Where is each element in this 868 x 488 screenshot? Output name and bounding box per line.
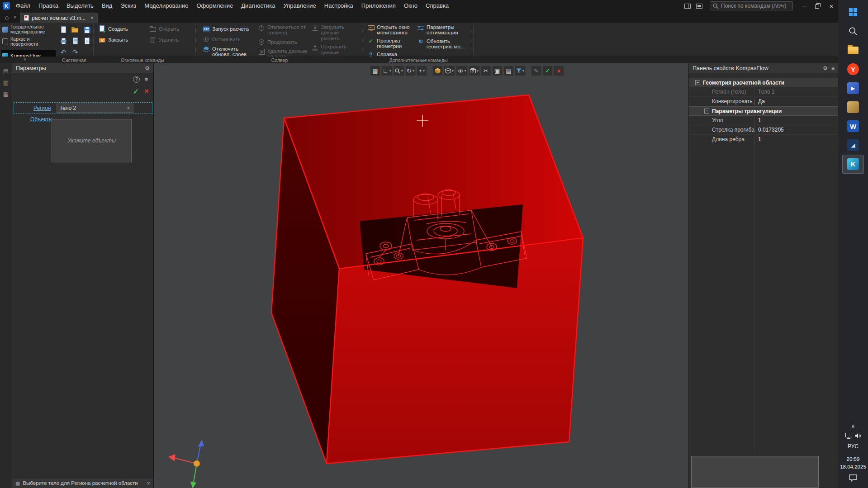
undo-icon[interactable]: ↶ [58,47,68,57]
property-row[interactable]: Конвертировать ра... Да [689,97,838,106]
region-box[interactable] [271,95,583,464]
objects-link[interactable]: Объекты [30,116,53,123]
parameters-panel-icon[interactable]: ▤ [3,68,9,75]
messages-panel-icon[interactable]: ▦ [3,90,9,97]
property-row[interactable]: Стрелка прогиба 0.0173205 [689,125,838,135]
yandex-browser-icon[interactable]: Y [842,60,864,79]
coordinate-planes-icon[interactable]: ∟▾ [381,66,393,76]
property-row[interactable]: Регион (тело) Тело 2 [689,87,838,97]
docs-app-icon[interactable] [842,98,864,117]
minimize-button[interactable] [797,0,811,12]
viewport-3d[interactable]: ▦ ∟▾ ▾ ↻▾ +▾ ▾ ▾ [154,63,688,488]
structure-icon[interactable]: ≡ [144,76,148,83]
start-button[interactable] [842,3,864,22]
section-triangulation[interactable]: −Параметры триангуляции [689,106,838,116]
abort-icon[interactable]: × [144,87,149,96]
zoom-icon[interactable]: ▾ [394,66,404,76]
collapse-icon[interactable]: − [704,109,709,114]
open-monitor-window-button[interactable]: Открыть окно мониторинга [367,24,414,36]
kompas-running-app-icon[interactable]: K [842,155,864,174]
menu-file[interactable]: Файл [12,0,34,12]
kompas-logo-icon[interactable]: K [3,2,10,9]
menu-edit[interactable]: Правка [34,0,62,12]
collapse-icon[interactable]: − [695,80,700,85]
hide-objects-icon[interactable]: ▾ [456,66,468,76]
section-cut-icon[interactable]: ✂ [481,66,491,76]
ribbon-set-solid-modeling[interactable]: Твердотельное моделирование [1,24,56,36]
layers-icon[interactable]: ▣ [492,66,503,76]
redo-icon[interactable]: ↷ [70,47,80,57]
notifications-icon[interactable] [849,474,857,483]
speaker-icon[interactable] [855,433,861,439]
movies-app-icon[interactable]: ▶ [842,79,864,98]
language-indicator[interactable]: РУС [848,441,859,452]
shaded-view-icon[interactable] [432,66,443,76]
menu-help[interactable]: Справка [422,0,453,12]
model-tree-icon[interactable]: ▥ [3,79,9,86]
region-selection-row[interactable]: Регион Тело 2 × [14,102,152,114]
properties-settings-icon[interactable]: ⚙ [823,65,828,71]
panel-settings-icon[interactable]: ⚙ [145,65,150,71]
disable-layer-update-button[interactable]: Отключить обновл. слоев [203,46,253,57]
preview-icon[interactable] [70,36,80,46]
search-input[interactable] [721,3,790,9]
new-document-icon[interactable] [58,25,68,35]
document-properties-icon[interactable] [82,36,92,46]
tray-expand-icon[interactable]: ∧ [842,421,864,431]
confirm-icon[interactable]: ✓ [542,66,553,76]
prompt-close-icon[interactable]: × [147,480,150,487]
menu-modeling[interactable]: Моделирование [140,0,192,12]
menu-select[interactable]: Выделить [62,0,98,12]
photos-app-icon[interactable]: ◢ [842,136,864,155]
document-tab[interactable]: расчет компас v3.m... × [20,13,98,23]
region-link[interactable]: Регион [33,105,51,111]
word-icon[interactable]: W [842,117,864,136]
open-project-button[interactable]: Открыть [149,25,190,33]
menu-sketch[interactable]: Эскиз [116,0,140,12]
resume-calculation-button[interactable]: Продолжить [258,38,308,46]
cancel-icon[interactable]: × [554,66,564,76]
properties-list-icon[interactable]: ≡ [831,65,835,71]
tabs-dropdown-icon[interactable]: ▾ [12,12,18,23]
orientation-icon[interactable]: ↻▾ [405,66,416,76]
update-geometry-button[interactable]: ↻ Обновить геометрию мо... [417,38,470,50]
menu-settings[interactable]: Настройка [320,0,357,12]
ribbon-set-wireframe-surfaces[interactable]: Каркас и поверхности [1,36,56,48]
help-circle-icon[interactable]: ? [133,76,140,83]
section-geometry[interactable]: −Геометрия расчетной области [689,78,838,87]
close-project-button[interactable]: Закрыть [99,36,145,43]
edit-pencil-icon[interactable]: ✎ [531,66,541,76]
display-mode-icon[interactable]: ▾ [444,66,455,76]
run-calculation-button[interactable]: 012 Запуск расчета [203,25,253,33]
menu-diagnostics[interactable]: Диагностика [237,0,279,12]
check-geometry-button[interactable]: ✓ Проверка геометрии [367,38,414,49]
load-calc-data-button[interactable]: Загрузить данные расчета [311,24,359,41]
menu-layout[interactable]: Оформление [192,0,237,12]
chip-remove-icon[interactable]: × [127,105,130,111]
open-folder-icon[interactable] [70,25,80,35]
ribbon-collapse-icon[interactable]: ∨ [24,57,27,62]
property-row[interactable]: Угол 1 [689,116,838,125]
disconnect-solver-button[interactable]: Отключиться от солвера [258,24,308,36]
menu-management[interactable]: Управление [280,0,320,12]
menu-view[interactable]: Вид [98,0,117,12]
home-icon[interactable]: ⌂ [2,12,12,23]
close-button[interactable]: × [825,0,838,12]
stop-calculation-button[interactable]: Остановить [203,36,253,43]
screen-mode-icon[interactable] [693,1,705,11]
create-project-button[interactable]: Создать [99,25,145,33]
menu-applications[interactable]: Приложения [357,0,400,12]
network-icon[interactable] [845,433,852,439]
snap-icon[interactable]: +▾ [417,66,427,76]
objects-drop-area[interactable]: Укажите объекты [52,119,132,162]
clock[interactable]: 20:59 18.04.2025 [840,455,866,471]
command-search-box[interactable] [710,1,793,10]
save-icon[interactable] [82,25,92,35]
tab-close-icon[interactable]: × [90,14,94,21]
clip-view-icon[interactable]: ▾ [469,66,480,76]
restore-button[interactable] [811,0,825,12]
region-body-chip[interactable]: Тело 2 × [57,104,133,113]
file-explorer-icon[interactable] [842,41,864,60]
interface-layout-icon[interactable] [682,1,693,11]
print-icon[interactable] [58,36,68,46]
